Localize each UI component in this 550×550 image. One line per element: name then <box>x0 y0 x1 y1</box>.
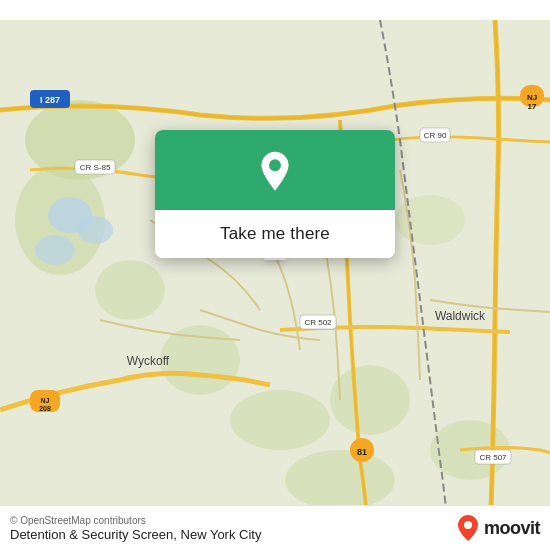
moovit-pin-icon <box>457 514 479 542</box>
moovit-logo: moovit <box>457 514 540 542</box>
take-me-there-button[interactable]: Take me there <box>155 210 395 258</box>
location-title: Detention & Security Screen, New York Ci… <box>10 527 261 542</box>
svg-text:I 287: I 287 <box>40 95 60 105</box>
svg-point-3 <box>95 260 165 320</box>
svg-text:81: 81 <box>357 447 367 457</box>
bottom-bar-left: © OpenStreetMap contributors Detention &… <box>10 515 261 542</box>
map-container: I 287 NJ 17 NJ 208 CR S-85 CR 90 81 81 C… <box>0 0 550 550</box>
svg-text:17: 17 <box>528 102 537 111</box>
map-background: I 287 NJ 17 NJ 208 CR S-85 CR 90 81 81 C… <box>0 0 550 550</box>
svg-text:Wyckoff: Wyckoff <box>127 354 170 368</box>
popup-header <box>155 130 395 210</box>
svg-point-5 <box>230 390 330 450</box>
svg-point-11 <box>77 216 113 244</box>
svg-point-36 <box>269 159 281 171</box>
svg-point-6 <box>330 365 410 435</box>
bottom-bar: © OpenStreetMap contributors Detention &… <box>0 505 550 550</box>
svg-point-8 <box>285 450 395 510</box>
svg-text:CR S-85: CR S-85 <box>80 163 111 172</box>
svg-point-4 <box>160 325 240 395</box>
svg-text:CR 502: CR 502 <box>304 318 332 327</box>
svg-point-37 <box>464 521 472 529</box>
svg-text:NJ: NJ <box>527 93 537 102</box>
svg-point-12 <box>35 235 75 265</box>
osm-attribution: © OpenStreetMap contributors <box>10 515 261 526</box>
popup-card: Take me there <box>155 130 395 258</box>
svg-text:208: 208 <box>39 405 51 412</box>
svg-text:NJ: NJ <box>41 397 50 404</box>
svg-text:CR 90: CR 90 <box>424 131 447 140</box>
location-pin-icon <box>253 150 297 194</box>
moovit-brand-text: moovit <box>484 518 540 539</box>
svg-text:CR 507: CR 507 <box>479 453 507 462</box>
svg-text:Waldwick: Waldwick <box>435 309 486 323</box>
